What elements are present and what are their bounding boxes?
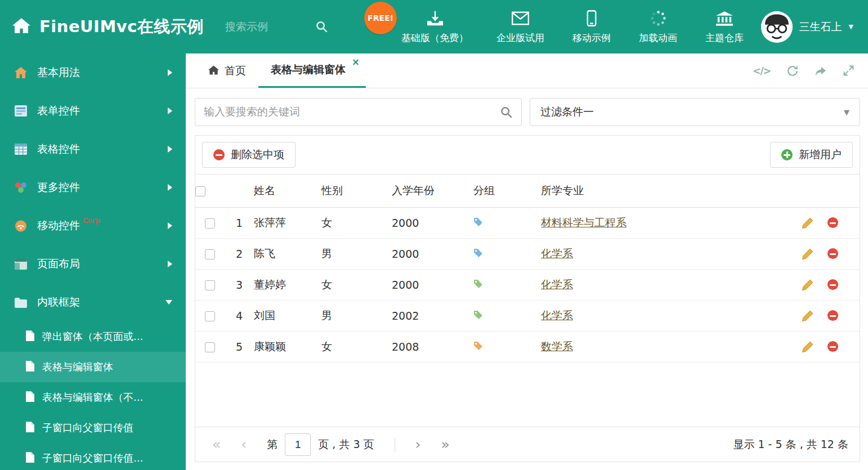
add-user-button[interactable]: 新增用户: [770, 142, 853, 168]
chevron-right-icon: [168, 146, 172, 153]
delete-row-icon[interactable]: [827, 279, 838, 290]
delete-selected-button[interactable]: 删除选中项: [202, 142, 296, 168]
nav-item-theme-store[interactable]: 主题仓库: [705, 10, 744, 44]
bank-icon: [716, 10, 733, 28]
pagination: « ‹ 第 页 , 共 3 页 › » 显示 1 - 5 条 , 共 12 条: [195, 427, 860, 462]
cell-gender: 女: [321, 207, 392, 238]
delete-button-label: 删除选中项: [231, 147, 284, 162]
fullscreen-icon[interactable]: [843, 65, 854, 77]
sidebar-subitem-grid-edit-window-alt[interactable]: 表格与编辑窗体（不...: [0, 382, 186, 413]
sidebar-item-page-layout[interactable]: 页面布局: [0, 245, 186, 283]
cell-name: 董婷婷: [254, 269, 321, 300]
sidebar-subitem-grid-edit-window[interactable]: 表格与编辑窗体: [0, 352, 186, 382]
last-page-button[interactable]: »: [441, 437, 450, 451]
table-row[interactable]: 3 董婷婷 女 2000 化学系: [195, 269, 860, 300]
row-checkbox[interactable]: [205, 218, 215, 229]
caret-down-icon: ▼: [844, 108, 849, 117]
major-link[interactable]: 化学系: [541, 278, 573, 290]
user-menu[interactable]: 三生石上 ▼: [761, 11, 868, 43]
top-bar: FineUIMvc在线示例 FREE! 基础版（免费） 企业版试用 移动示例: [0, 0, 868, 53]
search-icon[interactable]: [315, 20, 328, 33]
row-checkbox[interactable]: [205, 280, 215, 290]
file-icon: [26, 361, 34, 374]
filter-dropdown-value: 过滤条件一: [540, 105, 594, 119]
chevron-right-icon: [168, 261, 172, 267]
row-checkbox[interactable]: [205, 311, 215, 321]
search-icon[interactable]: [500, 106, 513, 119]
delete-row-icon[interactable]: [827, 310, 838, 321]
nav-item-mobile-demo[interactable]: 移动示例: [572, 10, 611, 44]
major-link[interactable]: 数学系: [541, 340, 573, 352]
page-number-input[interactable]: [285, 433, 311, 456]
table-row[interactable]: 1 张萍萍 女 2000 材料科学与工程系: [195, 207, 860, 238]
delete-row-icon[interactable]: [827, 248, 838, 259]
table-header-row: 姓名 性别 入学年份 分组 所学专业: [195, 174, 860, 207]
major-link[interactable]: 化学系: [541, 309, 573, 321]
keyword-search-input[interactable]: [204, 106, 500, 118]
tab-home[interactable]: 首页: [196, 53, 258, 88]
sidebar-subitem-child-to-parent-alt[interactable]: 子窗口向父窗口传值...: [0, 443, 186, 470]
tab-grid-edit-window[interactable]: 表格与编辑窗体 ×: [258, 53, 366, 88]
sidebar-subitem-label: 表格与编辑窗体（不...: [42, 391, 143, 404]
column-header-gender: 性别: [321, 174, 392, 207]
sidebar-item-form-controls[interactable]: 表单控件: [0, 92, 186, 130]
table-row[interactable]: 4 刘国 男 2002 化学系: [195, 300, 860, 331]
nav-item-basic-free[interactable]: FREE! 基础版（免费）: [401, 10, 468, 44]
row-checkbox[interactable]: [205, 249, 215, 259]
sidebar-item-label: 页面布局: [37, 257, 80, 271]
brand[interactable]: FineUIMvc在线示例: [0, 16, 225, 38]
major-link[interactable]: 材料科学与工程系: [541, 216, 627, 229]
cell-year: 2002: [392, 300, 473, 331]
sidebar-item-mobile-controls[interactable]: 移动控件 Corp: [0, 207, 186, 245]
refresh-icon[interactable]: [786, 65, 799, 77]
grid-panel: 删除选中项 新增用户 姓名: [195, 135, 860, 462]
row-checkbox[interactable]: [205, 342, 215, 352]
cell-name: 陈飞: [254, 238, 321, 269]
row-index: 3: [225, 269, 254, 300]
select-all-checkbox[interactable]: [195, 186, 205, 196]
major-link[interactable]: 化学系: [541, 247, 573, 259]
grid-toolbar: 删除选中项 新增用户: [195, 136, 860, 174]
column-header-year: 入学年份: [392, 174, 473, 207]
keyword-search-box: [195, 98, 522, 126]
delete-row-icon[interactable]: [827, 341, 838, 352]
table-row[interactable]: 2 陈飞 男 2000 化学系: [195, 238, 860, 269]
nav-item-label: 加载动画: [639, 32, 677, 44]
delete-row-icon[interactable]: [827, 217, 838, 228]
tab-label: 首页: [225, 64, 246, 78]
edit-pencil-icon[interactable]: [802, 341, 814, 353]
prev-page-button[interactable]: ‹: [241, 437, 247, 451]
sidebar-subitem-child-to-parent[interactable]: 子窗口向父窗口传值: [0, 413, 186, 443]
nav-item-enterprise-trial[interactable]: 企业版试用: [496, 10, 544, 44]
filter-dropdown[interactable]: 过滤条件一 ▼: [530, 98, 860, 126]
table-row[interactable]: 5 康颖颖 女 2008 数学系: [195, 331, 860, 362]
sidebar-item-label: 更多控件: [37, 180, 80, 195]
cell-name: 刘国: [254, 300, 321, 331]
share-icon[interactable]: [815, 65, 827, 77]
sidebar-subitem-label: 子窗口向父窗口传值...: [42, 451, 143, 465]
close-icon[interactable]: ×: [352, 57, 360, 67]
edit-pencil-icon[interactable]: [802, 279, 814, 291]
page-content: 过滤条件一 ▼ 删除选中项 新增用户: [186, 88, 868, 470]
sidebar-item-more-controls[interactable]: 更多控件: [0, 168, 186, 207]
next-page-button[interactable]: ›: [415, 437, 421, 451]
chevron-right-icon: [168, 69, 172, 76]
source-code-icon[interactable]: </>: [753, 65, 771, 77]
sidebar-item-label: 基本用法: [37, 65, 80, 80]
sidebar-subitem-popup-window[interactable]: 弹出窗体（本页面或...: [0, 321, 186, 352]
edit-pencil-icon[interactable]: [802, 310, 814, 322]
nav-item-loading-animation[interactable]: 加载动画: [639, 10, 677, 44]
data-table: 姓名 性别 入学年份 分组 所学专业 1 张萍萍: [195, 174, 860, 362]
edit-pencil-icon[interactable]: [802, 248, 814, 260]
top-search-input[interactable]: [225, 21, 310, 33]
sidebar-item-inline-frame[interactable]: 内联框架: [0, 283, 186, 321]
main-area: 首页 表格与编辑窗体 × </>: [186, 53, 868, 470]
sidebar-item-grid-controls[interactable]: 表格控件: [0, 130, 186, 168]
minus-circle-icon: [213, 149, 225, 160]
envelope-icon: [512, 10, 529, 28]
chevron-right-icon: [168, 184, 172, 191]
edit-pencil-icon[interactable]: [802, 217, 814, 229]
column-header-group: 分组: [473, 174, 541, 207]
first-page-button[interactable]: «: [212, 437, 221, 451]
sidebar-item-basic-usage[interactable]: 基本用法: [0, 53, 186, 92]
